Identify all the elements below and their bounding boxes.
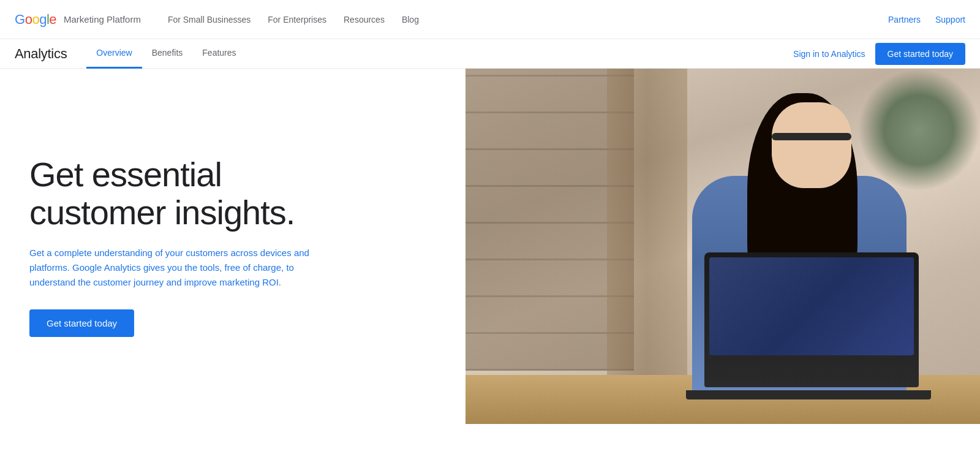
hero-section: Get essential customer insights. Get a c… xyxy=(0,69,980,424)
photo-person-face xyxy=(772,102,851,188)
tab-benefits[interactable]: Benefits xyxy=(142,39,193,69)
tab-overview[interactable]: Overview xyxy=(86,39,141,69)
top-nav-links: For Small Businesses For Enterprises Res… xyxy=(160,10,888,29)
nav-link-small-biz[interactable]: For Small Businesses xyxy=(160,10,258,29)
photo-laptop-base xyxy=(686,390,931,399)
hero-content: Get essential customer insights. Get a c… xyxy=(0,69,466,424)
platform-name: Marketing Platform xyxy=(64,14,141,25)
sign-in-analytics-link[interactable]: Sign in to Analytics xyxy=(793,49,865,59)
google-logo: Google xyxy=(15,12,56,28)
hero-image xyxy=(447,69,980,424)
hero-description: Get a complete understanding of your cus… xyxy=(29,246,311,290)
nav-link-enterprises[interactable]: For Enterprises xyxy=(260,10,334,29)
secondary-nav-right: Sign in to Analytics Get started today xyxy=(793,43,965,65)
photo-laptop xyxy=(704,252,919,387)
secondary-nav-tabs: Overview Benefits Features xyxy=(86,39,793,69)
photo-shelf xyxy=(447,69,634,371)
top-nav-right: Partners Support xyxy=(888,15,965,25)
nav-link-blog[interactable]: Blog xyxy=(394,10,426,29)
product-title: Analytics xyxy=(15,46,67,62)
secondary-navigation: Analytics Overview Benefits Features Sig… xyxy=(0,39,980,69)
get-started-header-button[interactable]: Get started today xyxy=(875,43,965,65)
nav-link-resources[interactable]: Resources xyxy=(336,10,392,29)
photo-person-glasses xyxy=(772,133,851,140)
hero-heading: Get essential customer insights. xyxy=(29,156,323,231)
support-link[interactable]: Support xyxy=(935,15,965,25)
photo-laptop-screen xyxy=(709,257,914,355)
photo-wood-frame xyxy=(607,69,687,388)
partners-link[interactable]: Partners xyxy=(888,15,921,25)
tab-features[interactable]: Features xyxy=(192,39,246,69)
photo-plants xyxy=(858,69,980,191)
hero-cta-button[interactable]: Get started today xyxy=(29,309,134,337)
logo-link[interactable]: Google Marketing Platform xyxy=(15,12,141,28)
top-navigation: Google Marketing Platform For Small Busi… xyxy=(0,0,980,39)
hero-photo xyxy=(447,69,980,424)
